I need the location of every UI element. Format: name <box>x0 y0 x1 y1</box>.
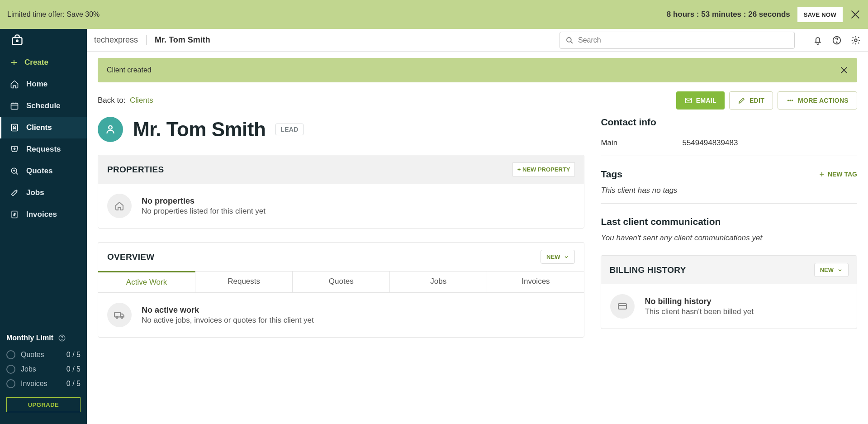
hammer-icon <box>10 188 19 197</box>
lastcomm-empty: You haven't sent any client communicatio… <box>601 233 857 243</box>
sidebar: Create Home Schedule Clients Requests Qu… <box>0 29 87 424</box>
nav-requests[interactable]: Requests <box>0 138 87 160</box>
progress-circle-icon <box>6 379 15 388</box>
empty-subtitle: This client hasn't been billed yet <box>645 307 753 316</box>
contact-info-section: Contact info Main 5549494839483 <box>601 117 857 156</box>
plus-icon <box>10 58 18 67</box>
svg-rect-32 <box>618 304 626 309</box>
progress-circle-icon <box>6 350 15 359</box>
promo-text: Limited time offer: Save 30% <box>7 10 100 19</box>
close-icon[interactable] <box>840 66 848 74</box>
nav-clients[interactable]: Clients <box>0 117 87 138</box>
contact-value[interactable]: 5549494839483 <box>682 138 857 148</box>
svg-point-25 <box>792 100 793 101</box>
help-icon[interactable] <box>832 35 842 45</box>
nav-quotes[interactable]: Quotes <box>0 160 87 182</box>
last-communication-section: Last client communication You haven't se… <box>601 216 857 243</box>
empty-title: No properties <box>142 196 266 206</box>
empty-title: No billing history <box>645 297 753 306</box>
home-icon <box>10 80 19 89</box>
nav-schedule[interactable]: Schedule <box>0 95 87 117</box>
svg-line-18 <box>571 42 573 43</box>
tab-requests[interactable]: Requests <box>195 272 293 292</box>
pencil-icon <box>738 96 746 105</box>
svg-point-24 <box>790 100 791 101</box>
invoice-icon <box>10 210 19 219</box>
top-bar: techexpress Mr. Tom Smith <box>87 29 868 52</box>
svg-rect-4 <box>11 103 18 109</box>
nav-label: Home <box>26 80 47 89</box>
nav-label: Requests <box>26 145 61 154</box>
edit-button[interactable]: EDIT <box>729 91 773 110</box>
tab-jobs[interactable]: Jobs <box>390 272 487 292</box>
bell-icon[interactable] <box>813 35 823 45</box>
back-link[interactable]: Clients <box>130 96 153 105</box>
contact-label: Main <box>601 138 682 148</box>
empty-subtitle: No active jobs, invoices or quotes for t… <box>142 316 314 325</box>
limit-invoices: Invoices 0 / 5 <box>6 376 81 391</box>
overview-card: OVERVIEW NEW Active Work Requests Quotes… <box>98 242 584 338</box>
main-content: techexpress Mr. Tom Smith Client created <box>87 29 868 424</box>
properties-card: PROPERTIES + NEW PROPERTY No properties … <box>98 155 584 229</box>
upgrade-button[interactable]: UPGRADE <box>6 397 81 412</box>
card-title: BILLING HISTORY <box>609 265 686 275</box>
gear-icon[interactable] <box>851 35 861 45</box>
contact-row: Main 5549494839483 <box>601 134 857 152</box>
email-button[interactable]: EMAIL <box>676 91 725 110</box>
svg-point-1 <box>16 40 18 42</box>
nav-jobs[interactable]: Jobs <box>0 182 87 204</box>
tab-active-work[interactable]: Active Work <box>98 271 195 292</box>
more-actions-button[interactable]: MORE ACTIONS <box>778 91 857 110</box>
svg-point-26 <box>109 126 112 129</box>
company-name[interactable]: techexpress <box>94 35 138 45</box>
empty-title: No active work <box>142 305 314 315</box>
plus-icon <box>819 171 825 177</box>
empty-properties: No properties No properties listed for t… <box>98 184 584 228</box>
chevron-down-icon <box>564 254 569 260</box>
empty-subtitle: No properties listed for this client yet <box>142 207 266 216</box>
search-box[interactable] <box>560 32 795 49</box>
nav-label: Jobs <box>26 188 44 197</box>
billing-history-card: BILLING HISTORY NEW No billing hi <box>601 255 857 329</box>
lead-badge: LEAD <box>275 124 303 135</box>
overview-tabs: Active Work Requests Quotes Jobs Invoice… <box>98 271 584 293</box>
alert-message: Client created <box>107 66 152 74</box>
inbox-icon <box>10 145 19 154</box>
truck-icon <box>107 303 132 327</box>
nav-label: Invoices <box>26 210 57 219</box>
svg-point-23 <box>787 100 789 101</box>
nav-home[interactable]: Home <box>0 73 87 95</box>
close-icon[interactable] <box>850 9 861 20</box>
svg-point-17 <box>567 38 571 42</box>
person-icon <box>10 123 19 132</box>
save-now-button[interactable]: SAVE NOW <box>797 7 843 22</box>
section-title: Contact info <box>601 117 857 128</box>
nav-label: Schedule <box>26 101 61 110</box>
search-input[interactable] <box>578 36 789 44</box>
svg-point-21 <box>854 39 857 42</box>
svg-point-20 <box>836 42 837 42</box>
svg-point-16 <box>62 339 62 340</box>
create-button[interactable]: Create <box>0 52 87 73</box>
person-icon <box>104 124 116 135</box>
create-label: Create <box>24 58 48 67</box>
nav-label: Clients <box>26 123 52 132</box>
help-icon[interactable] <box>58 334 66 342</box>
tab-invoices[interactable]: Invoices <box>487 272 584 292</box>
new-property-button[interactable]: + NEW PROPERTY <box>512 162 575 176</box>
new-dropdown[interactable]: NEW <box>541 250 575 264</box>
tags-section: Tags NEW TAG This client has no tags <box>601 169 857 204</box>
breadcrumb: techexpress Mr. Tom Smith <box>94 35 210 45</box>
jobber-logo-icon <box>11 34 24 47</box>
new-tag-button[interactable]: NEW TAG <box>819 171 857 178</box>
client-header: Mr. Tom Smith LEAD <box>98 117 584 142</box>
svg-line-11 <box>16 172 18 174</box>
nav-invoices[interactable]: Invoices <box>0 204 87 225</box>
logo-area[interactable] <box>0 29 87 52</box>
section-title: Tags <box>601 169 622 180</box>
new-dropdown[interactable]: NEW <box>814 263 849 277</box>
calendar-icon <box>10 101 19 110</box>
quote-icon <box>10 167 19 176</box>
tab-quotes[interactable]: Quotes <box>293 272 390 292</box>
chevron-down-icon <box>837 267 843 273</box>
